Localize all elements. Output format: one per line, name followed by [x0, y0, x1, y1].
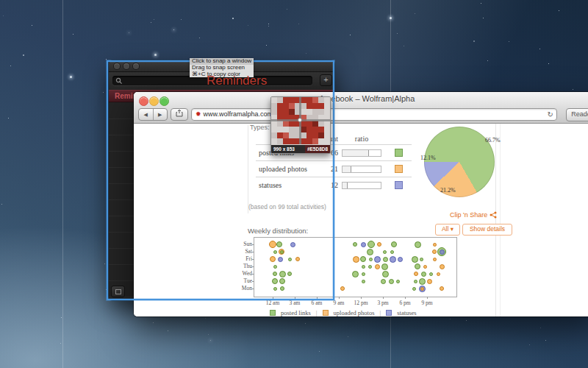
star — [10, 66, 11, 66]
star — [305, 323, 306, 324]
legend-separator: | — [316, 309, 318, 316]
bubble — [381, 263, 388, 270]
loupe-pixel — [289, 127, 295, 132]
star — [319, 351, 320, 352]
bubble — [340, 286, 345, 291]
bubble — [432, 250, 437, 254]
loupe-pixel — [306, 97, 312, 103]
axis-x-tick — [361, 297, 362, 299]
axis-x-label: 3 am — [282, 300, 307, 306]
reader-button[interactable]: Reader — [566, 108, 588, 121]
star — [404, 46, 404, 46]
bubble — [361, 242, 366, 247]
star — [70, 76, 72, 78]
star — [266, 45, 267, 46]
reload-icon[interactable]: ↻ — [548, 109, 553, 120]
legend-label: posted links — [281, 309, 311, 316]
star — [306, 53, 306, 54]
loupe-pixel — [277, 121, 283, 127]
bubble — [391, 241, 397, 247]
bubble — [381, 279, 386, 284]
pie-label-green: 66.7% — [485, 137, 501, 144]
star — [473, 40, 475, 42]
bubble — [440, 250, 445, 255]
loupe-pixel — [324, 138, 330, 144]
bubble — [414, 280, 417, 283]
color-swatch — [395, 165, 403, 173]
ratio-bar-fill — [343, 183, 348, 188]
star — [1, 204, 2, 205]
bubble — [383, 257, 388, 262]
bubble — [414, 272, 418, 276]
bubble — [412, 256, 418, 263]
show-details-button[interactable]: Show details — [462, 224, 512, 236]
axis-x-tick — [339, 297, 340, 299]
axis-x-tick — [405, 297, 406, 299]
axis-x-label: 3 pm — [370, 300, 395, 306]
star — [539, 49, 540, 49]
bubble — [374, 256, 381, 263]
star — [248, 25, 248, 26]
bubble — [437, 272, 440, 276]
snap-window-label: Reminders — [207, 74, 267, 88]
loupe-info-bar: 990 x 853 #E5D8D8 — [271, 145, 330, 153]
star — [415, 13, 415, 14]
bubble — [353, 256, 359, 263]
pie-chart — [424, 127, 495, 197]
star — [268, 24, 269, 24]
star — [481, 3, 481, 4]
star — [154, 54, 157, 56]
chart-legend: posted links|uploaded photos|statuses — [270, 309, 578, 316]
loupe-pixel — [301, 97, 306, 103]
loupe-pixel — [301, 138, 306, 144]
loupe-pixel — [306, 121, 312, 127]
loupe-pixel — [289, 121, 295, 127]
star — [232, 18, 234, 19]
loupe-pixel — [312, 97, 318, 103]
filter-all-dropdown[interactable]: All ▾ — [435, 224, 460, 236]
ratio-bar — [342, 166, 381, 173]
star — [173, 29, 174, 30]
pod-border-right — [495, 124, 496, 316]
loupe-pixel — [283, 132, 289, 138]
legend-label: statuses — [397, 309, 416, 316]
loupe-pixel — [277, 97, 283, 103]
loupe-dimensions: 990 x 853 — [271, 145, 305, 153]
loupe-pixel — [277, 109, 283, 115]
loupe-pixel — [312, 103, 318, 109]
bubble — [369, 258, 373, 261]
axis-x-label: 6 am — [304, 300, 329, 306]
magnifier-loupe[interactable]: 990 x 853 #E5D8D8 — [270, 96, 331, 154]
bubble — [415, 263, 420, 269]
crosshair-center-dot — [298, 118, 302, 122]
star — [298, 24, 299, 24]
ratio-bar-fill — [343, 166, 351, 172]
loupe-pixel — [312, 121, 318, 127]
loupe-pixel — [277, 103, 283, 109]
bubble — [427, 279, 432, 284]
loupe-pixel — [301, 103, 306, 109]
loupe-pixel — [318, 127, 324, 132]
loupe-pixel — [289, 109, 295, 115]
loupe-pixel — [312, 109, 318, 115]
loupe-pixel — [277, 132, 283, 138]
loupe-pixel — [289, 132, 295, 138]
star — [268, 26, 269, 26]
legend-separator: | — [380, 309, 381, 316]
star — [8, 118, 9, 118]
pod-border-right2 — [500, 124, 501, 316]
clip-n-share-link[interactable]: Clip 'n Share — [450, 211, 497, 219]
bubble — [423, 265, 427, 269]
bubble — [353, 242, 357, 247]
bubble — [352, 271, 359, 277]
loupe-pixel — [271, 97, 277, 103]
bubble — [396, 280, 400, 283]
loupe-pixel — [306, 127, 312, 132]
share-nodes-icon — [490, 211, 497, 219]
star — [129, 32, 129, 33]
loupe-pixel — [301, 121, 306, 127]
star — [483, 18, 484, 18]
ratio-bar — [342, 182, 381, 189]
bubble — [377, 242, 381, 247]
pie-label-purple: 12.1% — [420, 155, 436, 161]
